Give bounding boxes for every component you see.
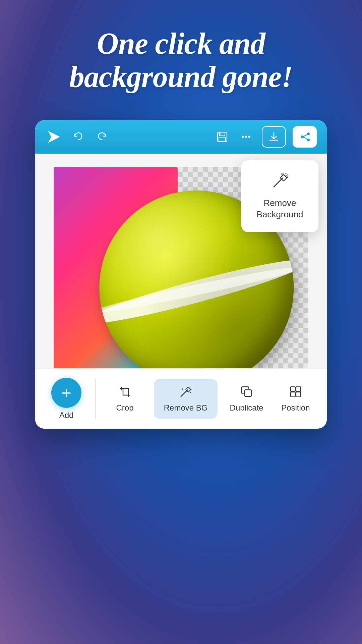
svg-point-13 (281, 173, 283, 175)
svg-point-6 (307, 139, 310, 141)
more-button[interactable]: ••• (238, 128, 255, 146)
toolbar-divider (95, 379, 96, 419)
undo-button[interactable] (69, 128, 87, 146)
redo-button[interactable] (94, 128, 111, 146)
svg-rect-23 (245, 390, 251, 396)
svg-rect-27 (296, 392, 301, 397)
app-toolbar: ••• (35, 120, 327, 154)
app-card: ••• (35, 120, 327, 429)
remove-background-label[interactable]: RemoveBackground (257, 198, 303, 220)
app-logo (45, 128, 63, 146)
app-background: One click and background gone! (0, 0, 362, 644)
remove-bg-label: Remove BG (164, 403, 208, 413)
svg-point-19 (182, 388, 183, 390)
share-button[interactable] (293, 126, 317, 148)
remove-bg-tool-item[interactable]: Remove BG (154, 379, 218, 419)
svg-rect-25 (296, 387, 301, 391)
remove-bg-icon (179, 385, 192, 400)
svg-rect-24 (291, 387, 295, 391)
crop-label: Crop (116, 403, 133, 413)
context-menu-popup: RemoveBackground (241, 160, 318, 232)
bottom-toolbar: + Add Crop (35, 368, 327, 429)
hero-line1: One click and (69, 27, 293, 60)
svg-point-14 (286, 173, 287, 174)
hero-line2: background gone! (69, 60, 293, 93)
svg-point-15 (287, 176, 288, 177)
canvas-area: RemoveBackground + Add (35, 154, 327, 429)
position-icon (289, 385, 302, 400)
add-label: Add (59, 411, 74, 420)
crop-tool-item[interactable]: Crop (105, 385, 145, 413)
svg-point-7 (301, 136, 304, 138)
svg-line-11 (286, 175, 287, 175)
svg-point-21 (191, 389, 192, 390)
svg-line-8 (274, 178, 283, 187)
download-button[interactable] (262, 126, 286, 148)
svg-rect-2 (220, 132, 225, 136)
save-button[interactable] (214, 128, 231, 146)
position-label: Position (281, 403, 310, 413)
svg-point-20 (189, 386, 190, 387)
add-button[interactable]: + (51, 378, 81, 408)
duplicate-label: Duplicate (230, 403, 263, 413)
svg-marker-0 (48, 131, 60, 143)
magic-wand-icon (271, 172, 289, 192)
duplicate-tool-item[interactable]: Duplicate (227, 385, 267, 413)
add-tool-item[interactable]: + Add (46, 378, 86, 420)
svg-point-5 (307, 132, 310, 135)
crop-icon (118, 385, 132, 400)
svg-rect-3 (219, 137, 226, 141)
svg-rect-16 (123, 388, 128, 395)
svg-point-22 (190, 392, 191, 393)
duplicate-icon (240, 385, 253, 400)
hero-text: One click and background gone! (49, 27, 313, 93)
position-tool-item[interactable]: Position (276, 385, 316, 413)
svg-rect-26 (291, 392, 295, 397)
